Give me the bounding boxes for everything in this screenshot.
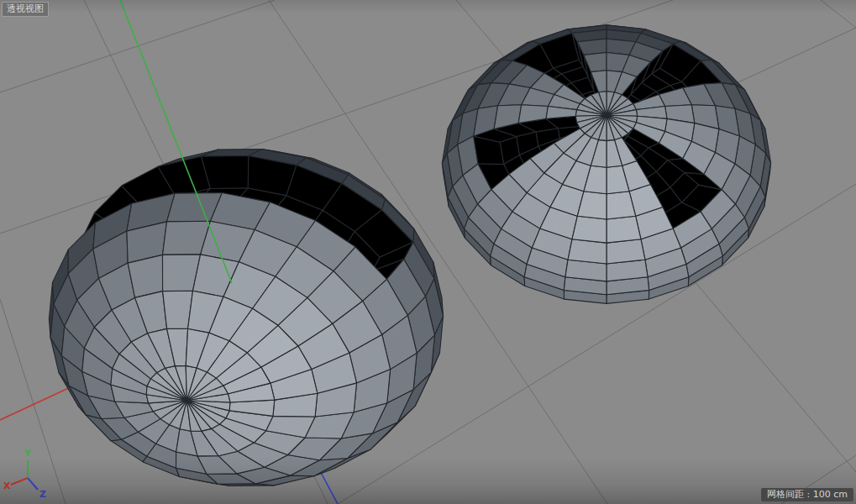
gizmo-x-label: X <box>3 480 11 491</box>
gizmo-x-axis <box>11 478 28 485</box>
sphere-mesh-large[interactable] <box>49 150 443 486</box>
mesh-face <box>607 239 645 264</box>
dome-mesh-small[interactable] <box>442 25 770 304</box>
grid-spacing-label: 网格间距 : 100 cm <box>761 488 853 501</box>
gizmo-z-axis <box>28 478 38 490</box>
world-x-axis-line <box>0 386 72 420</box>
viewport-title-label: 透视视图 <box>2 2 49 17</box>
scene-canvas[interactable]: XYZ <box>0 0 856 504</box>
viewport-3d[interactable]: XYZ 透视视图 网格间距 : 100 cm <box>0 0 856 504</box>
mesh-face <box>568 239 607 264</box>
gizmo-z-label: Z <box>39 489 46 500</box>
mesh-face <box>607 216 641 243</box>
axis-gizmo: XYZ <box>3 448 46 500</box>
gizmo-y-label: Y <box>24 448 32 459</box>
grid-line <box>729 28 856 87</box>
mesh-face <box>572 216 607 243</box>
grid-line <box>821 0 856 28</box>
